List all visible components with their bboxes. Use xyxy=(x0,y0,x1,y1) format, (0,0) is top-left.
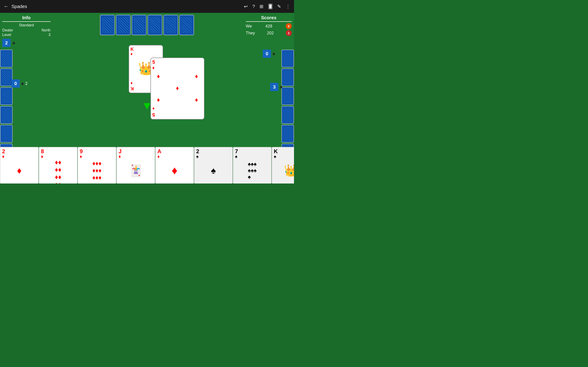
east-spade-right-icon: ♠ xyxy=(280,84,283,90)
info-panel: Info Standard Dealer North Level 3 2 ♠ xyxy=(2,15,51,47)
back-button[interactable]: ← xyxy=(4,3,9,9)
grid-icon[interactable]: ⊞ xyxy=(259,4,263,9)
east-bid-right-box: 3 xyxy=(270,83,278,91)
west-spade-icon: ♠ xyxy=(21,81,24,86)
help-icon[interactable]: ? xyxy=(252,4,255,9)
sc-body: ♦♦♦♦♦♦♦♦♦ xyxy=(80,159,114,182)
cards-icon[interactable]: 🂠 xyxy=(268,4,273,9)
south-hand-cards: 2 ♦ ♦ 8 ♦ ♦♦♦♦♦♦♦♦ 9 ♦ ♦♦♦♦♦♦♦♦♦ xyxy=(0,147,294,184)
info-game-type: Standard xyxy=(2,23,51,27)
we-score: 428 xyxy=(265,24,272,29)
north-spade-icon: ♠ xyxy=(12,40,15,46)
app-title: Spades xyxy=(11,4,241,9)
info-dealer-row: Dealer North xyxy=(2,28,51,32)
west-hand xyxy=(0,50,13,161)
north-bid-display: 2 ♠ xyxy=(2,39,51,47)
scores-title: Scores xyxy=(246,15,292,22)
south-card-jd[interactable]: J ♦ 🃏 xyxy=(116,147,155,184)
sc-rank: 2 xyxy=(2,149,36,154)
north-card-1 xyxy=(100,15,115,35)
they-score-row: They 202 2 xyxy=(246,30,292,36)
info-level-row: Level 3 xyxy=(2,33,51,37)
sc-body: ♦ xyxy=(157,159,192,182)
south-card-9d[interactable]: 9 ♦ ♦♦♦♦♦♦♦♦♦ xyxy=(78,147,116,184)
north-card-3 xyxy=(132,15,147,35)
toolbar-icons: ↩ ? ⊞ 🂠 ✎ ⋮ xyxy=(244,4,290,9)
south-card-7s[interactable]: 7 ♠ ♠♠♠♠♠♠♠ xyxy=(233,147,271,184)
sc-suit: ♠ xyxy=(235,154,269,159)
we-label: We xyxy=(246,24,252,29)
they-label: They xyxy=(246,31,255,35)
sc-rank: 2 xyxy=(196,149,231,154)
we-bags-badge: 8 xyxy=(286,23,292,29)
sc-suit: ♠ xyxy=(274,154,294,159)
west-card-5 xyxy=(0,125,13,143)
south-card-ad[interactable]: A ♦ ♦ xyxy=(155,147,194,184)
sc-suit: ♦ xyxy=(119,154,153,159)
west-card-1 xyxy=(0,50,13,67)
level-label: Level xyxy=(2,33,11,37)
east-card-4 xyxy=(281,106,294,124)
sc-suit: ♦ xyxy=(41,154,75,159)
they-score: 202 xyxy=(267,31,274,35)
north-card-5 xyxy=(163,15,178,35)
king-rank-top: K♦ xyxy=(130,47,161,56)
south-hand: 2 ♦ ♦ 8 ♦ ♦♦♦♦♦♦♦♦ 9 ♦ ♦♦♦♦♦♦♦♦♦ xyxy=(0,147,294,184)
north-hand xyxy=(100,15,194,35)
they-bags-badge: 2 xyxy=(286,30,292,36)
east-card-3 xyxy=(281,87,294,105)
we-score-row: We 428 8 xyxy=(246,23,292,29)
sc-rank: 8 xyxy=(41,149,75,154)
south-turn-indicator: ▼ xyxy=(141,100,153,111)
undo-icon[interactable]: ↩ xyxy=(244,4,248,9)
dealer-label: Dealer xyxy=(2,28,13,32)
east-card-2 xyxy=(281,68,294,86)
west-bid-box: 0 xyxy=(11,79,20,88)
scores-panel: Scores We 428 8 They 202 2 xyxy=(246,15,292,37)
sc-rank: A xyxy=(157,149,192,154)
south-card-ks[interactable]: K ♠ 👑 xyxy=(272,147,294,184)
north-card-4 xyxy=(147,15,162,35)
five-rank-top: 5♦ xyxy=(152,59,203,70)
south-card-2d[interactable]: 2 ♦ ♦ xyxy=(0,147,39,184)
west-bid-display: 0 ♠ 2 xyxy=(11,79,27,88)
west-card-2 xyxy=(0,68,13,86)
edit-icon[interactable]: ✎ xyxy=(277,4,281,9)
east-hand xyxy=(281,50,294,161)
sc-body: ♠♠♠♠♠♠♠ xyxy=(235,159,269,182)
more-icon[interactable]: ⋮ xyxy=(286,4,290,9)
sc-rank: 7 xyxy=(235,149,269,154)
east-bid-left-display: 0 ♠ xyxy=(263,50,275,58)
sc-rank: K xyxy=(274,149,294,154)
south-card-2s[interactable]: 2 ♠ ♠ xyxy=(194,147,233,184)
east-spade-left-icon: ♠ xyxy=(272,51,275,57)
sc-body: ♦ xyxy=(2,159,36,182)
sc-body: 🃏 xyxy=(119,159,153,182)
game-area: Info Standard Dealer North Level 3 2 ♠ S… xyxy=(0,13,294,184)
info-title: Info xyxy=(2,15,51,22)
sc-rank: J xyxy=(119,149,153,154)
east-card-5 xyxy=(281,125,294,143)
sc-rank: 9 xyxy=(80,149,114,154)
top-bar: ← Spades ↩ ? ⊞ 🂠 ✎ ⋮ xyxy=(0,0,294,13)
five-pips-area: ♦ ♦ ♦ ♦ ♦ xyxy=(152,70,203,106)
north-card-2 xyxy=(116,15,131,35)
east-bid-left-box: 0 xyxy=(263,50,271,58)
sc-body: ♠ xyxy=(196,159,231,182)
sc-body: ♦♦♦♦♦♦♦♦ xyxy=(41,159,75,184)
sc-suit: ♦ xyxy=(2,154,36,159)
west-card-3 xyxy=(0,87,13,105)
west-card-4 xyxy=(0,106,13,124)
sc-suit: ♦ xyxy=(80,154,114,159)
five-rank-bottom: 5♦ xyxy=(152,106,203,118)
sc-suit: ♠ xyxy=(196,154,231,159)
south-card-8d[interactable]: 8 ♦ ♦♦♦♦♦♦♦♦ xyxy=(39,147,78,184)
five-of-diamonds-card[interactable]: 5♦ ♦ ♦ ♦ ♦ ♦ 5♦ xyxy=(150,58,204,119)
dealer-value: North xyxy=(42,28,51,32)
sc-body: 👑 xyxy=(274,159,294,182)
west-tricks: 2 xyxy=(25,81,27,86)
sc-suit: ♦ xyxy=(157,154,192,159)
east-card-1 xyxy=(281,50,294,67)
level-value: 3 xyxy=(48,33,51,37)
north-bid-box: 2 xyxy=(2,39,10,47)
